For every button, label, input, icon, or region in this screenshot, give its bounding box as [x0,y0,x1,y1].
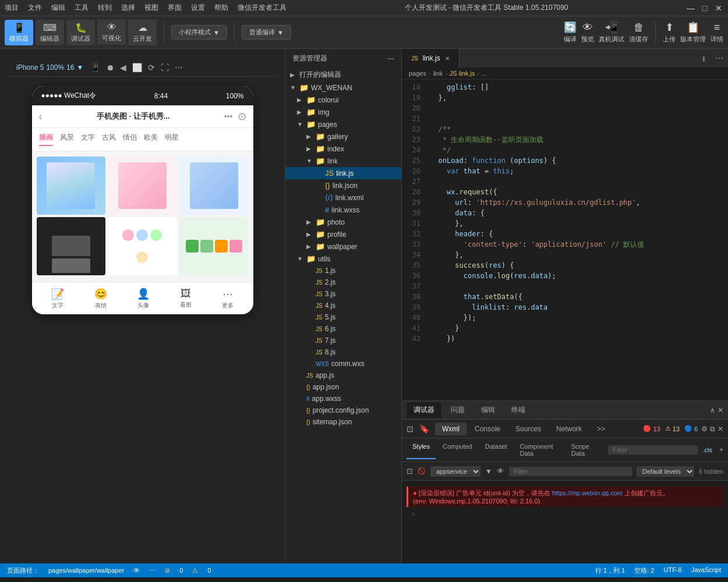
maximize-button[interactable]: □ [700,3,709,13]
folder-photo[interactable]: ▶ 📁 photo [285,216,401,228]
nav-illustration[interactable]: 插画 [39,133,53,146]
menu-tools[interactable]: 工具 [75,3,89,13]
compile-dropdown[interactable]: 普通编译 ▼ [242,25,291,40]
console-clear-icon[interactable]: 🚫 [418,467,426,475]
mode-dropdown[interactable]: 小程序模式 ▼ [171,25,227,40]
status-more-icon[interactable]: ⋯ [149,567,156,574]
editor-button[interactable]: ⌨ 编辑器 [36,20,64,45]
menu-file[interactable]: 文件 [28,3,42,13]
file-4js[interactable]: JS 4.js [285,300,401,311]
tab-emoji[interactable]: 😊 表情 [94,288,107,310]
split-editor-icon[interactable]: ⫾ [697,54,711,63]
devtools-bookmark-icon[interactable]: 🔖 [419,424,429,434]
styles-tab-dataset[interactable]: Dataset [479,441,513,459]
styles-tab-styles[interactable]: Styles [407,441,436,459]
open-editors-section[interactable]: ▶ 打开的编辑器 [285,68,401,81]
file-project-config[interactable]: {} project.config.json [285,404,401,416]
settings-icon[interactable]: ⋯ [175,63,183,72]
upload-action[interactable]: ⬆ 上传 [663,21,676,44]
image-item-1[interactable] [37,157,106,215]
bottom-tab-debugger[interactable]: 调试器 [407,402,441,418]
menu-view[interactable]: 视图 [144,3,158,13]
version-action[interactable]: 📋 版本管理 [680,21,706,44]
bottom-tab-terminal[interactable]: 终端 [504,402,532,418]
menu-edit[interactable]: 编辑 [51,3,65,13]
close-panel-icon[interactable]: ✕ [718,406,723,414]
editor-more-icon[interactable]: ⋯ [711,54,728,63]
search-phone-icon[interactable]: ⊙ [238,110,246,123]
image-item-5[interactable] [108,217,177,275]
styles-tab-computed[interactable]: Computed [437,441,478,459]
devtool-tab-console[interactable]: Console [468,423,507,435]
folder-img[interactable]: ▶ 📁 img [285,106,401,118]
file-app-json[interactable]: {} app.json [285,381,401,393]
cloud-button[interactable]: ☁ 云开发 [128,20,157,45]
file-1js[interactable]: JS 1.js [285,265,401,276]
tab-avatar[interactable]: 👤 头像 [137,288,150,310]
real-debug-action[interactable]: 📲 真机调试 [599,21,624,44]
folder-link[interactable]: ▼ 📁 link [285,155,401,167]
image-item-4[interactable] [37,217,106,275]
menu-project[interactable]: 项目 [5,3,19,13]
filter-toggle-icon[interactable]: + [719,446,723,454]
devtool-tab-network[interactable]: Network [549,423,589,435]
menu-help[interactable]: 帮助 [214,3,228,13]
file-6js[interactable]: JS 6.js [285,323,401,335]
devtool-tab-more[interactable]: >> [590,423,612,435]
back-icon[interactable]: ◀ [120,63,126,72]
file-sitemap[interactable]: {} sitemap.json [285,416,401,428]
menu-interface[interactable]: 界面 [168,3,182,13]
visual-button[interactable]: 👁 可视化 [97,20,126,45]
image-item-6[interactable] [179,217,249,275]
file-comm-wxs[interactable]: WXS comm.wxs [285,358,401,370]
file-link-json[interactable]: {} link.json [285,179,401,191]
styles-tab-scope-data[interactable]: Scope Data [566,441,604,459]
file-7js[interactable]: JS 7.js [285,335,401,346]
nav-ancient[interactable]: 古风 [102,133,116,146]
error-link[interactable]: https://mp.weixin.qq.com [552,489,623,496]
filter-input[interactable] [608,445,698,455]
bottom-tab-issues[interactable]: 问题 [444,402,472,418]
styles-tab-component-data[interactable]: Component Data [514,441,564,459]
nav-star[interactable]: 明星 [165,133,179,146]
clear-cache-action[interactable]: 🗑 清缓存 [629,22,648,44]
menu-goto[interactable]: 转到 [98,3,112,13]
console-filter-input[interactable] [509,467,632,476]
more-options-icon[interactable]: ••• [224,112,233,121]
phone-icon[interactable]: 📱 [90,63,100,72]
file-link-wxss[interactable]: # link.wxss [285,204,401,216]
folder-wallpaper[interactable]: ▶ 📁 wallpaper [285,240,401,253]
home-icon[interactable]: ⬜ [132,63,142,72]
console-eye-icon[interactable]: 👁 [497,467,504,475]
folder-utils[interactable]: ▼ 📁 utils [285,253,401,265]
simulator-button[interactable]: 📱 模拟器 [5,20,33,45]
menu-select[interactable]: 选择 [121,3,135,13]
folder-profile[interactable]: ▶ 📁 profile [285,228,401,240]
tab-link-js[interactable]: JS link.js ✕ [402,49,460,68]
file-5js[interactable]: JS 5.js [285,311,401,323]
console-source-select[interactable]: appservice [430,466,480,477]
devtool-tab-sources[interactable]: Sources [508,423,548,435]
file-link-js[interactable]: JS link.js [285,167,401,179]
console-level-select[interactable]: Default levels [637,466,694,477]
folder-pages[interactable]: ▼ 📁 pages [285,118,401,130]
status-eye-icon[interactable]: 👁 [133,567,140,574]
console-prompt[interactable]: > [407,508,723,521]
image-item-3[interactable] [179,157,249,215]
folder-colorui[interactable]: ▶ 📁 colorui [285,94,401,106]
tab-gallery[interactable]: 🖼 看图 [180,288,192,310]
file-3js[interactable]: JS 3.js [285,288,401,300]
nav-text[interactable]: 文字 [81,133,95,146]
nav-western[interactable]: 欧美 [144,133,158,146]
nav-couple[interactable]: 情侣 [123,133,137,146]
devtools-nav-icon[interactable]: ⊡ [407,424,414,434]
file-app-wxss[interactable]: # app.wxss [285,393,401,404]
detail-action[interactable]: ≡ 详情 [711,22,723,44]
file-8js[interactable]: JS 8.js [285,346,401,358]
tab-text[interactable]: 📝 文字 [51,288,64,310]
folder-index[interactable]: ▶ 📁 index [285,143,401,155]
cls-button[interactable]: .cls [702,446,712,453]
rotate-icon[interactable]: ⟳ [148,63,155,72]
debugger-button[interactable]: 🐛 调试器 [66,20,95,45]
devtools-settings-icon[interactable]: ⚙ [701,425,708,433]
